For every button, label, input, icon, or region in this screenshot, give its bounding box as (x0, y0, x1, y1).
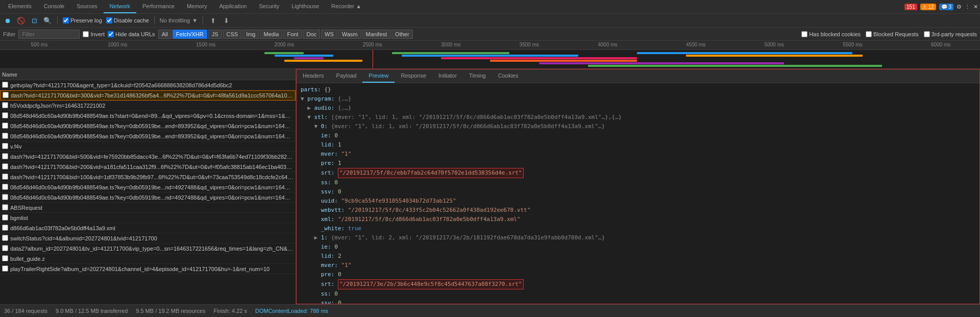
close-devtools-icon[interactable]: ✕ (973, 4, 978, 10)
filter-fetch-xhr[interactable]: Fetch/XHR (173, 30, 207, 39)
request-item[interactable]: bullet_guide.z (0, 254, 296, 264)
disable-cache-label[interactable]: Disable cache (106, 17, 149, 23)
request-checkbox[interactable] (3, 92, 9, 98)
request-item[interactable]: 08d548d46d0c60a4d90b9fb0488549ae.ts?star… (0, 111, 296, 121)
invert-checkbox[interactable] (83, 31, 89, 37)
request-checkbox[interactable] (2, 153, 8, 159)
filter-manifest[interactable]: Manifest (362, 30, 391, 39)
request-item[interactable]: playTrailerRightSide?album_id=202724801&… (0, 264, 296, 274)
tab-lighthouse[interactable]: Lighthouse (285, 0, 325, 13)
filter-js[interactable]: JS (208, 30, 222, 39)
tab-preview[interactable]: Preview (362, 69, 395, 83)
tab-network[interactable]: Network (104, 0, 136, 13)
request-item[interactable]: bgmlist (0, 213, 296, 223)
request-checkbox[interactable] (2, 204, 8, 210)
request-item[interactable]: 08d548d46d0c60a4d90b9fb0488549ae.ts?key=… (0, 121, 296, 131)
request-checkbox[interactable] (2, 184, 8, 190)
filter-other[interactable]: Other (391, 30, 413, 39)
right-panel: Headers Payload Preview Response Initiat… (296, 69, 980, 304)
request-item[interactable]: 08d548d46d0c60a4d90b9fb0488549ae.ts?key=… (0, 182, 296, 192)
throttling-dropdown[interactable]: ▼ (192, 17, 198, 23)
request-item[interactable]: dash?tvid=412171700&bid=100&vid=1df37853… (0, 172, 296, 182)
request-checkbox[interactable] (2, 265, 8, 272)
tab-memory[interactable]: Memory (181, 0, 213, 13)
request-checkbox[interactable] (2, 112, 8, 118)
request-checkbox-col (2, 163, 10, 170)
request-item[interactable]: h5VoddpcfgJson?rm=1646317221002 (0, 101, 296, 111)
request-item[interactable]: d866d6ab1ac03f782a0e5b0dff4a13a9.xml (0, 223, 296, 233)
request-item[interactable]: v.f4v (0, 141, 296, 152)
filter-all[interactable]: All (158, 30, 172, 39)
request-checkbox[interactable] (2, 82, 8, 88)
filter-media[interactable]: Media (260, 30, 282, 39)
request-name: ABSRequest (10, 205, 293, 211)
import-icon[interactable]: ⬆ (208, 16, 217, 25)
tab-initiator[interactable]: Initiator (432, 69, 463, 83)
tab-timing[interactable]: Timing (463, 69, 492, 83)
blocked-requests-checkbox[interactable] (866, 31, 872, 37)
request-checkbox[interactable] (2, 255, 8, 261)
filter-input[interactable] (18, 30, 80, 39)
request-item[interactable]: 08d548d46d0c60a4d90b9fb0488549ae.ts?key=… (0, 131, 296, 141)
third-party-requests-checkbox[interactable] (924, 31, 930, 37)
filter-css[interactable]: CSS (223, 30, 242, 39)
request-checkbox[interactable] (2, 133, 8, 139)
tab-cookies[interactable]: Cookies (492, 69, 525, 83)
request-checkbox[interactable] (2, 245, 8, 251)
tab-security[interactable]: Security (253, 0, 285, 13)
tab-recorder[interactable]: Recorder ▲ (325, 0, 368, 13)
hide-data-urls-label[interactable]: Hide data URLs (108, 31, 155, 37)
request-item[interactable]: dash?tvid=412171700&bid=500&vid=fe75920b… (0, 152, 296, 162)
request-name: 08d548d46d0c60a4d90b9fb0488549ae.ts?key=… (10, 194, 293, 201)
settings-icon[interactable]: ⚙ (957, 4, 962, 10)
filter-font[interactable]: Font (283, 30, 302, 39)
right-tabs: Headers Payload Preview Response Initiat… (297, 69, 979, 83)
filter-wasm[interactable]: Wasm (338, 30, 361, 39)
dom-loaded[interactable]: DOMContentLoaded: 788 ms (255, 308, 328, 314)
has-blocked-cookies-label[interactable]: Has blocked cookies (801, 31, 861, 37)
request-item[interactable]: data2?album_id=202724801&tv_id=412171700… (0, 243, 296, 254)
tab-response[interactable]: Response (395, 69, 432, 83)
third-party-requests-label[interactable]: 3rd-party requests (924, 31, 977, 37)
more-icon[interactable]: ⋮ (965, 4, 970, 10)
request-checkbox-col (2, 204, 10, 211)
export-icon[interactable]: ⬇ (222, 16, 231, 25)
clear-icon[interactable]: 🚫 (16, 16, 26, 25)
filter-img[interactable]: Img (242, 30, 259, 39)
filter-ws[interactable]: WS (321, 30, 337, 39)
preserve-log-label[interactable]: Preserve log (63, 17, 102, 23)
tab-elements[interactable]: Elements (2, 0, 38, 13)
request-item[interactable]: gettvplay?tvid=412171700&agent_type=1&ck… (0, 80, 296, 90)
tab-application[interactable]: Application (213, 0, 253, 13)
request-item[interactable]: dash?tvid=412171700&bid=300&vid=7be31d14… (0, 90, 296, 101)
tab-payload[interactable]: Payload (330, 69, 363, 83)
request-checkbox[interactable] (2, 174, 8, 180)
invert-label[interactable]: Invert (83, 31, 105, 37)
tab-performance[interactable]: Performance (136, 0, 181, 13)
tab-console[interactable]: Console (38, 0, 70, 13)
record-icon[interactable]: ⏺ (3, 16, 12, 25)
request-item[interactable]: switchStatus?cid=4&albumid=202724801&tvi… (0, 233, 296, 243)
request-item[interactable]: 08d548d46d0c60a4d90b9fb0488549ae.ts?key=… (0, 192, 296, 203)
request-checkbox[interactable] (2, 123, 8, 129)
preserve-log-checkbox[interactable] (63, 17, 69, 23)
tab-headers[interactable]: Headers (297, 69, 330, 83)
request-checkbox[interactable] (2, 225, 8, 231)
has-blocked-cookies-checkbox[interactable] (801, 31, 807, 37)
request-checkbox[interactable] (2, 163, 8, 169)
tab-sources[interactable]: Sources (70, 0, 103, 13)
filter-icon[interactable]: ⊡ (30, 16, 39, 25)
search-icon[interactable]: 🔍 (43, 16, 52, 25)
hide-data-urls-checkbox[interactable] (108, 31, 114, 37)
request-checkbox[interactable] (2, 214, 8, 221)
request-checkbox-col (2, 153, 10, 160)
request-checkbox[interactable] (2, 235, 8, 241)
blocked-requests-label[interactable]: Blocked Requests (866, 31, 919, 37)
request-item[interactable]: ABSRequest (0, 203, 296, 213)
request-checkbox[interactable] (2, 143, 8, 149)
disable-cache-checkbox[interactable] (106, 17, 112, 23)
request-checkbox[interactable] (2, 102, 8, 108)
request-item[interactable]: dash?tvid=412171700&bid=200&vid=a181cfa5… (0, 162, 296, 172)
filter-doc[interactable]: Doc (303, 30, 320, 39)
request-checkbox[interactable] (2, 194, 8, 200)
